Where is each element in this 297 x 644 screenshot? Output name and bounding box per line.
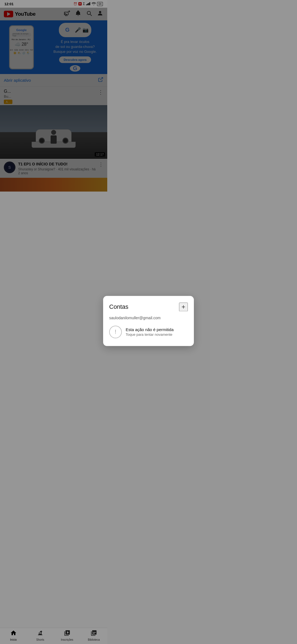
modal-overlay[interactable] bbox=[0, 0, 107, 232]
